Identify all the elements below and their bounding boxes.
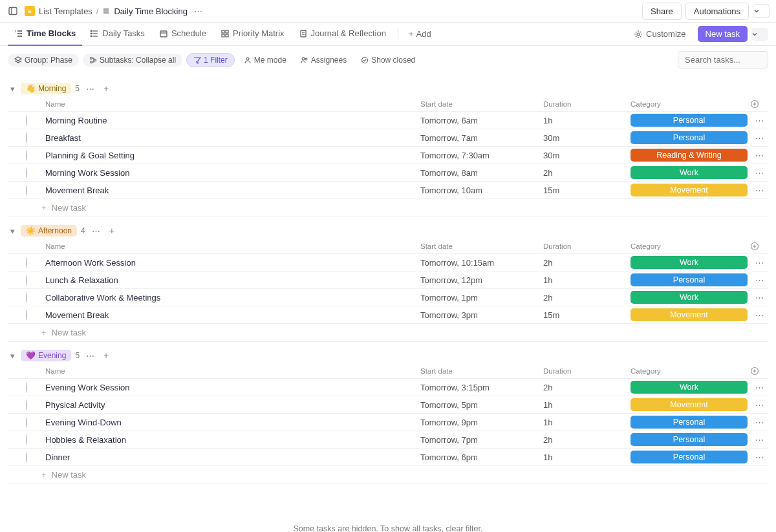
subtasks-chip[interactable]: Subtasks: Collapse all <box>83 54 182 67</box>
category-pill[interactable]: Personal <box>630 114 748 127</box>
row-more[interactable]: ⋯ <box>750 186 768 195</box>
task-row[interactable]: Evening Wind-DownTomorrow, 9pm1hPersonal… <box>8 413 768 431</box>
new-task-row[interactable]: +New task <box>8 198 768 217</box>
task-row[interactable]: Hobbies & RelaxationTomorrow, 7pm2hPerso… <box>8 431 768 448</box>
search-input[interactable] <box>678 51 768 69</box>
row-more[interactable]: ⋯ <box>750 418 768 427</box>
row-more[interactable]: ⋯ <box>750 275 768 285</box>
task-row[interactable]: Morning RoutineTomorrow, 6am1hPersonal⋯ <box>8 111 768 129</box>
task-start-date[interactable]: Tomorrow, 5pm <box>420 400 543 410</box>
task-row[interactable]: Morning Work SessionTomorrow, 8am2hWork⋯ <box>8 164 768 181</box>
task-duration[interactable]: 30m <box>543 133 630 143</box>
status-circle[interactable] <box>26 150 27 161</box>
task-name[interactable]: Evening Wind-Down <box>45 418 420 427</box>
category-pill[interactable]: Movement <box>630 308 748 321</box>
group-badge[interactable]: 💜Evening <box>21 350 71 361</box>
row-more[interactable]: ⋯ <box>750 310 768 320</box>
status-circle[interactable] <box>26 434 27 445</box>
task-row[interactable]: Collaborative Work & MeetingsTomorrow, 1… <box>8 288 768 306</box>
filter-chip[interactable]: 1 Filter <box>186 53 235 67</box>
task-duration[interactable]: 1h <box>543 275 630 285</box>
task-duration[interactable]: 2h <box>543 383 630 392</box>
tab-time-blocks[interactable]: 1 Time Blocks <box>8 23 82 46</box>
col-name[interactable]: Name <box>45 367 420 375</box>
tab-daily-tasks[interactable]: Daily Tasks <box>83 23 151 46</box>
status-circle[interactable] <box>26 382 27 393</box>
collapse-caret[interactable]: ▾ <box>8 226 17 236</box>
show-closed[interactable]: Show closed <box>356 54 420 67</box>
new-task-row[interactable]: +New task <box>8 465 768 484</box>
status-circle[interactable] <box>26 185 27 196</box>
task-start-date[interactable]: Tomorrow, 10am <box>420 186 543 195</box>
task-duration[interactable]: 30m <box>543 151 630 160</box>
collapse-caret[interactable]: ▾ <box>8 351 17 361</box>
task-start-date[interactable]: Tomorrow, 6am <box>420 116 543 125</box>
task-name[interactable]: Morning Work Session <box>45 168 420 178</box>
status-circle[interactable] <box>26 275 27 286</box>
task-duration[interactable]: 2h <box>543 168 630 178</box>
col-duration[interactable]: Duration <box>543 100 630 108</box>
group-badge[interactable]: 👋Morning <box>21 83 71 94</box>
group-more[interactable]: ⋯ <box>83 351 97 361</box>
task-name[interactable]: Collaborative Work & Meetings <box>45 293 420 303</box>
category-pill[interactable]: Reading & Writing <box>630 149 748 162</box>
add-view[interactable]: + Add <box>404 29 436 39</box>
status-circle[interactable] <box>26 399 27 410</box>
row-more[interactable]: ⋯ <box>750 133 768 143</box>
breadcrumb-more[interactable]: ⋯ <box>191 5 205 17</box>
task-start-date[interactable]: Tomorrow, 12pm <box>420 275 543 285</box>
task-row[interactable]: Afternoon Work SessionTomorrow, 10:15am2… <box>8 253 768 271</box>
category-pill[interactable]: Work <box>630 166 748 179</box>
add-column[interactable] <box>750 100 768 109</box>
category-pill[interactable]: Personal <box>630 433 748 446</box>
status-circle[interactable] <box>26 310 27 321</box>
col-category[interactable]: Category <box>630 367 750 375</box>
tab-journal[interactable]: Journal & Reflection <box>292 23 393 46</box>
task-name[interactable]: Lunch & Relaxation <box>45 275 420 285</box>
group-add[interactable]: + <box>101 83 111 94</box>
tab-schedule[interactable]: Schedule <box>153 23 213 46</box>
col-name[interactable]: Name <box>45 100 420 108</box>
task-start-date[interactable]: Tomorrow, 1pm <box>420 293 543 303</box>
group-badge[interactable]: ☀️Afternoon <box>21 225 77 237</box>
status-circle[interactable] <box>26 115 27 126</box>
breadcrumb-parent[interactable]: List Templates <box>39 6 92 16</box>
sidebar-toggle[interactable] <box>6 5 19 17</box>
task-duration[interactable]: 2h <box>543 258 630 268</box>
task-duration[interactable]: 15m <box>543 310 630 320</box>
group-more[interactable]: ⋯ <box>83 84 97 94</box>
category-pill[interactable]: Work <box>630 256 748 269</box>
row-more[interactable]: ⋯ <box>750 116 768 125</box>
task-start-date[interactable]: Tomorrow, 10:15am <box>420 258 543 268</box>
group-add[interactable]: + <box>107 226 117 236</box>
status-circle[interactable] <box>26 167 27 178</box>
task-name[interactable]: Hobbies & Relaxation <box>45 435 420 445</box>
category-pill[interactable]: Movement <box>630 184 748 197</box>
task-duration[interactable]: 1h <box>543 400 630 410</box>
assignees[interactable]: Assignees <box>296 54 352 67</box>
task-start-date[interactable]: Tomorrow, 8am <box>420 168 543 178</box>
task-start-date[interactable]: Tomorrow, 3:15pm <box>420 383 543 392</box>
status-circle[interactable] <box>26 133 27 144</box>
collapse-caret[interactable]: ▾ <box>8 84 17 94</box>
task-name[interactable]: Physical Activity <box>45 400 420 410</box>
task-name[interactable]: Evening Work Session <box>45 383 420 392</box>
row-more[interactable]: ⋯ <box>750 151 768 160</box>
category-pill[interactable]: Personal <box>630 416 748 429</box>
task-duration[interactable]: 1h <box>543 452 630 462</box>
status-circle[interactable] <box>26 452 27 463</box>
col-start[interactable]: Start date <box>420 367 543 375</box>
task-row[interactable]: Movement BreakTomorrow, 10am15mMovement⋯ <box>8 181 768 198</box>
breadcrumb-current[interactable]: Daily Time Blocking <box>114 6 187 16</box>
task-name[interactable]: Movement Break <box>45 310 420 320</box>
task-start-date[interactable]: Tomorrow, 7am <box>420 133 543 143</box>
col-category[interactable]: Category <box>630 100 750 108</box>
row-more[interactable]: ⋯ <box>750 400 768 410</box>
task-duration[interactable]: 1h <box>543 116 630 125</box>
status-circle[interactable] <box>26 257 27 268</box>
task-start-date[interactable]: Tomorrow, 7:30am <box>420 151 543 160</box>
row-more[interactable]: ⋯ <box>750 168 768 178</box>
category-pill[interactable]: Movement <box>630 398 748 411</box>
me-mode[interactable]: Me mode <box>239 54 292 67</box>
row-more[interactable]: ⋯ <box>750 435 768 445</box>
